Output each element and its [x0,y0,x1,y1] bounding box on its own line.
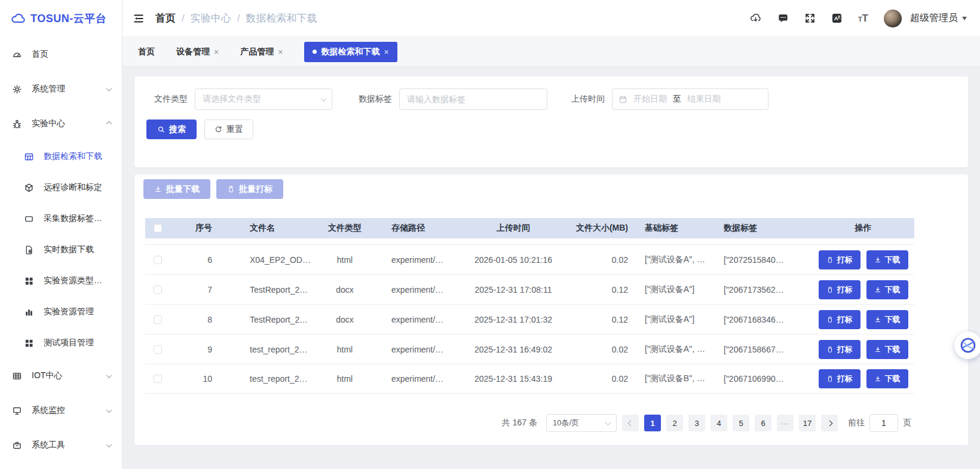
sidebar-item-realtime-data-download[interactable]: 实时数据下载 [0,234,122,265]
prev-page-button[interactable] [622,415,639,431]
download-icon [874,346,881,353]
cell-filetype: docx [317,285,372,295]
page-button-1[interactable]: 1 [644,415,661,431]
breadcrumb-home[interactable]: 首页 [155,11,176,25]
sidebar-item-system-monitor[interactable]: 系统监控 [0,393,122,428]
close-icon[interactable]: × [214,47,219,57]
tag-icon [826,375,834,382]
cell-filesize: 0.12 [573,315,644,324]
page-button-3[interactable]: 3 [688,415,705,431]
assistant-float-button[interactable] [954,332,980,359]
close-icon[interactable]: × [278,47,283,57]
cell-basetags: ["测试设备A", … [644,344,722,355]
sidebar-item-experiment-resource-type[interactable]: 实验资源类型… [0,265,122,296]
cell-datatags: ["2067106990… [722,374,812,384]
tab-data-search-download[interactable]: 数据检索和下载× [304,42,397,62]
sidebar-item-system-management[interactable]: 系统管理 [0,72,122,106]
tag-button[interactable]: 打标 [819,250,860,269]
file-type-select[interactable]: 请选择文件类型 [195,88,332,110]
sidebar-item-data-search-download[interactable]: 数据检索和下载 [0,141,122,172]
translate-icon[interactable]: A [831,13,843,24]
table-row: 8 TestReport_2… docx experiment/… 2025-1… [145,304,914,334]
row-checkbox[interactable] [154,256,162,264]
table-scroll-gap [145,238,914,244]
sidebar-collapse-icon[interactable] [133,13,145,24]
batch-download-label: 批量下载 [166,184,200,195]
message-icon[interactable] [777,13,789,24]
sidebar-item-test-project-mgmt[interactable]: 测试项目管理 [0,327,122,358]
tag-button[interactable]: 打标 [819,340,860,359]
sidebar-item-label: IOT中心 [32,370,97,381]
row-checkbox[interactable] [154,315,162,324]
row-checkbox[interactable] [154,345,162,354]
cell-path: experiment/… [372,345,454,354]
sidebar-item-experiment-resource-mgmt[interactable]: 实验资源管理 [0,296,122,327]
brand-logo[interactable]: TOSUN-云平台 [0,0,122,37]
sidebar-item-remote-diagnosis[interactable]: 远程诊断和标定 [0,172,122,203]
filter-panel: 文件类型 请选择文件类型 数据标签 上传时间 开始日期 至 结束日期 搜索 重置 [134,76,968,167]
cloud-download-icon[interactable] [749,12,762,24]
more-pages-button[interactable]: ··· [777,415,794,431]
next-page-button[interactable] [821,415,838,431]
select-all-checkbox[interactable] [154,224,162,232]
download-button[interactable]: 下载 [866,310,908,329]
page-button-2[interactable]: 2 [666,415,683,431]
row-checkbox[interactable] [154,375,162,383]
doc-check-icon [24,245,34,255]
reset-button[interactable]: 重置 [204,119,253,139]
download-button[interactable]: 下载 [866,340,908,359]
table-icon [24,152,34,162]
cell-filesize: 0.02 [573,345,644,354]
cell-path: experiment/… [372,315,454,324]
sidebar-item-experiment-center[interactable]: 实验中心 [0,106,122,141]
tag-button[interactable]: 打标 [819,310,860,329]
user-menu[interactable]: 超级管理员 [910,12,967,24]
download-button[interactable]: 下载 [866,369,908,388]
filter-row: 文件类型 请选择文件类型 数据标签 上传时间 开始日期 至 结束日期 [134,88,968,110]
goto-label: 前往 [848,418,865,428]
goto-page-input[interactable] [869,414,898,432]
close-icon[interactable]: × [384,47,388,57]
goto-unit: 页 [903,418,911,428]
pagination: 共 167 条 10条/页 1 2 3 4 5 6 ··· 17 前往 页 [502,414,911,432]
tag-button[interactable]: 打标 [819,369,860,388]
font-size-icon[interactable]: TT [858,13,868,23]
tab-device-mgmt[interactable]: 设备管理× [176,47,219,57]
page-button-6[interactable]: 6 [755,415,771,431]
breadcrumb-section[interactable]: 实验中心 [191,11,231,25]
page-button-4[interactable]: 4 [710,415,727,431]
page-size-select[interactable]: 10条/页 [546,414,617,432]
download-button[interactable]: 下载 [866,250,908,269]
fullscreen-icon[interactable] [804,13,816,24]
active-dot-icon [313,50,317,54]
tab-home[interactable]: 首页 [138,47,155,57]
col-header-actions: 操作 [812,223,914,234]
data-tag-input[interactable] [399,88,547,110]
page-button-5[interactable]: 5 [733,415,749,431]
sidebar-item-home[interactable]: 首页 [0,37,122,72]
search-button[interactable]: 搜索 [146,119,197,139]
sidebar-item-iot-center[interactable]: IOT中心 [0,358,122,393]
tag-button[interactable]: 打标 [819,280,860,299]
sidebar-item-collect-data-tags[interactable]: 采集数据标签… [0,203,122,234]
cell-seq: 9 [170,345,217,354]
col-header-path: 存储路径 [372,223,454,234]
tab-label: 产品管理 [240,47,274,57]
tab-product-mgmt[interactable]: 产品管理× [240,47,283,57]
experiment-icon [12,119,22,129]
batch-download-button[interactable]: 批量下载 [143,179,210,199]
row-checkbox[interactable] [154,286,162,294]
table-row: 10 test_report_2… html experiment/… 2025… [145,364,914,394]
filter-actions: 搜索 重置 [146,119,253,139]
avatar[interactable] [884,10,902,27]
table-row: 7 TestReport_2… docx experiment/… 2025-1… [145,274,914,304]
table-panel: 批量下载 批量打标 序号 文件名 文件类型 存储路径 上传时间 文件大小(MB)… [134,174,968,445]
total-count: 共 167 条 [502,418,537,428]
breadcrumb: 首页 / 实验中心 / 数据检索和下载 [155,11,317,25]
batch-tag-button[interactable]: 批量打标 [216,179,283,199]
page-button-17[interactable]: 17 [799,415,816,431]
col-header-uploadtime: 上传时间 [454,223,573,234]
download-button[interactable]: 下载 [866,280,908,299]
sidebar-item-system-tools[interactable]: 系统工具 [0,428,122,462]
date-range-picker[interactable]: 开始日期 至 结束日期 [612,88,768,110]
